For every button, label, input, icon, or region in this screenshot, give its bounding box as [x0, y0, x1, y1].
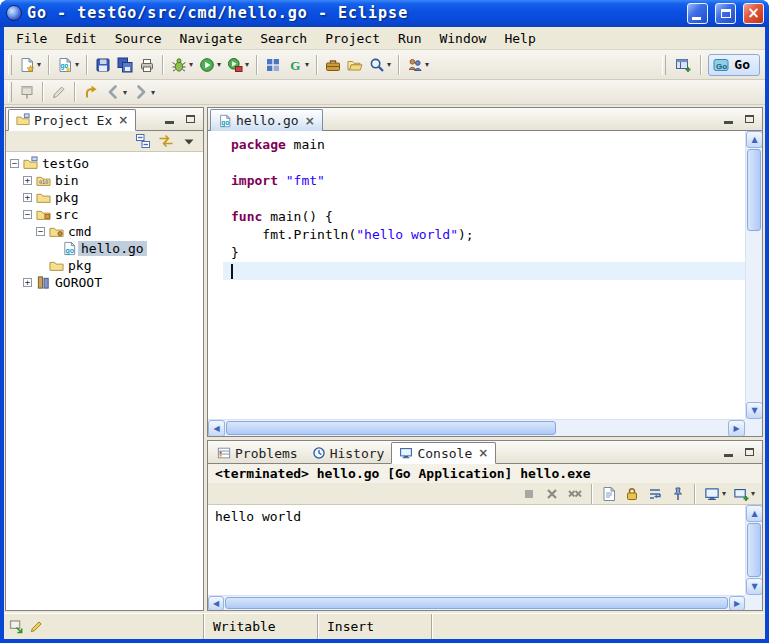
last-edit-button[interactable] — [80, 80, 102, 104]
pin-console-button[interactable] — [667, 484, 689, 504]
scroll-left-icon[interactable]: ◀ — [208, 420, 225, 436]
scroll-up-icon[interactable]: ▲ — [746, 131, 762, 148]
save-button[interactable] — [92, 53, 114, 77]
toolbar-drag-handle[interactable] — [8, 55, 12, 75]
tab-close-icon[interactable]: × — [118, 114, 128, 126]
maximize-view-button[interactable] — [740, 444, 758, 460]
dropdown-arrow-icon[interactable]: ▾ — [387, 60, 391, 69]
mark-occurrences-button[interactable] — [48, 80, 70, 104]
console-horizontal-scrollbar[interactable]: ◀ ▶ — [208, 595, 745, 610]
expand-expander-icon[interactable]: + — [23, 193, 32, 202]
editor-vertical-scrollbar[interactable]: ▲ ▼ — [745, 131, 762, 419]
forward-button[interactable]: ▾ — [130, 80, 158, 104]
scroll-right-icon[interactable]: ▶ — [728, 420, 745, 436]
menu-item-source[interactable]: Source — [106, 29, 171, 48]
project-tree[interactable]: −testGo+010bin+pkg−src−cmdgohello.gopkg+… — [6, 152, 203, 610]
save-all-button[interactable] — [114, 53, 136, 77]
dropdown-arrow-icon[interactable]: ▾ — [751, 489, 755, 498]
open-perspective-button[interactable] — [672, 53, 694, 77]
dropdown-arrow-icon[interactable]: ▾ — [37, 60, 41, 69]
code-line[interactable] — [223, 262, 745, 280]
code-editor[interactable]: package mainimport "fmt"func main() { fm… — [223, 131, 745, 419]
run-external-button[interactable]: ▾ — [224, 53, 252, 77]
maximize-view-button[interactable] — [181, 111, 199, 127]
collapse-all-button[interactable] — [132, 132, 154, 151]
tab-hello-go[interactable]: go hello.go × — [210, 109, 323, 131]
code-line[interactable]: fmt.Println("hello world"); — [223, 226, 745, 244]
tab-project-explorer[interactable]: Project Ex × — [8, 109, 136, 131]
tab-history[interactable]: History — [305, 442, 392, 464]
editor-horizontal-scrollbar[interactable]: ◀ ▶ — [208, 419, 745, 436]
toolbox-button[interactable] — [322, 53, 344, 77]
dropdown-arrow-icon[interactable]: ▾ — [151, 88, 155, 97]
expand-expander-icon[interactable]: + — [23, 278, 32, 287]
console-output[interactable]: hello world ▲ ▼ ◀ ▶ — [208, 505, 762, 610]
toolbar-drag-handle[interactable] — [8, 82, 12, 102]
collapse-expander-icon[interactable]: − — [36, 227, 45, 236]
run-button[interactable]: ▾ — [196, 53, 224, 77]
dropdown-arrow-icon[interactable]: ▾ — [722, 489, 726, 498]
open-console-button[interactable]: ▾ — [730, 484, 758, 504]
team-button[interactable]: ▾ — [404, 53, 432, 77]
dropdown-arrow-icon[interactable]: ▾ — [305, 60, 309, 69]
clear-console-button[interactable] — [598, 484, 620, 504]
word-wrap-button[interactable] — [644, 484, 666, 504]
remove-launch-button[interactable] — [541, 484, 563, 504]
tab-problems[interactable]: Problems — [210, 442, 305, 464]
dropdown-arrow-icon[interactable]: ▾ — [189, 60, 193, 69]
fast-view-icon[interactable] — [9, 619, 24, 634]
menu-item-run[interactable]: Run — [389, 29, 430, 48]
expand-expander-icon[interactable]: + — [23, 176, 32, 185]
tree-item-cmd[interactable]: −cmd — [6, 223, 203, 240]
scroll-down-icon[interactable]: ▼ — [746, 578, 763, 595]
dropdown-arrow-icon[interactable]: ▾ — [123, 88, 127, 97]
tree-item-testgo[interactable]: −testGo — [6, 155, 203, 172]
code-line[interactable] — [223, 190, 745, 208]
scroll-lock-button[interactable] — [621, 484, 643, 504]
code-line[interactable]: func main() { — [223, 208, 745, 226]
go-g-button[interactable]: G▾ — [284, 53, 312, 77]
code-line[interactable]: package main — [223, 136, 745, 154]
console-vertical-scrollbar[interactable]: ▲ ▼ — [745, 505, 762, 595]
tree-item-goroot[interactable]: +GOROOT — [6, 274, 203, 291]
menu-item-navigate[interactable]: Navigate — [171, 29, 252, 48]
title-bar[interactable]: Go - testGo/src/cmd/hello.go - Eclipse × — [0, 0, 769, 27]
minimize-window-button[interactable] — [687, 3, 708, 24]
go-perspective-button[interactable]: Go Go — [708, 54, 760, 76]
tab-close-icon[interactable]: × — [478, 447, 488, 459]
maximize-view-button[interactable] — [740, 111, 758, 127]
new-wizard-button[interactable]: ▾ — [16, 53, 44, 77]
code-line[interactable]: } — [223, 244, 745, 262]
display-selected-button[interactable]: ▾ — [701, 484, 729, 504]
scrollbar-thumb[interactable] — [747, 149, 761, 231]
remove-all-button[interactable] — [564, 484, 586, 504]
minimize-view-button[interactable] — [160, 111, 178, 127]
view-menu-button[interactable] — [178, 132, 200, 151]
menu-item-edit[interactable]: Edit — [56, 29, 105, 48]
terminate-button[interactable] — [518, 484, 540, 504]
maximize-window-button[interactable] — [715, 3, 736, 24]
link-editor-button[interactable] — [155, 132, 177, 151]
scroll-up-icon[interactable]: ▲ — [746, 505, 763, 522]
tree-item-bin[interactable]: +010bin — [6, 172, 203, 189]
annotation-ruler[interactable] — [208, 131, 223, 419]
close-window-button[interactable]: × — [743, 3, 764, 24]
dropdown-arrow-icon[interactable]: ▾ — [245, 60, 249, 69]
scrollbar-thumb[interactable] — [226, 421, 556, 435]
tab-close-icon[interactable]: × — [305, 115, 315, 127]
search-button[interactable]: ▾ — [366, 53, 394, 77]
tree-item-pkg[interactable]: pkg — [6, 257, 203, 274]
code-line[interactable] — [223, 154, 745, 172]
toolbar-drag-handle[interactable] — [662, 55, 666, 75]
dropdown-arrow-icon[interactable]: ▾ — [217, 60, 221, 69]
tree-item-src[interactable]: −src — [6, 206, 203, 223]
menu-item-search[interactable]: Search — [251, 29, 316, 48]
menu-item-file[interactable]: File — [7, 29, 56, 48]
minimize-view-button[interactable] — [719, 444, 737, 460]
tree-item-hello-go[interactable]: gohello.go — [6, 240, 203, 257]
menu-item-help[interactable]: Help — [495, 29, 544, 48]
collapse-expander-icon[interactable]: − — [23, 210, 32, 219]
minimize-view-button[interactable] — [719, 111, 737, 127]
open-folder-button[interactable] — [344, 53, 366, 77]
dropdown-arrow-icon[interactable]: ▾ — [75, 60, 79, 69]
